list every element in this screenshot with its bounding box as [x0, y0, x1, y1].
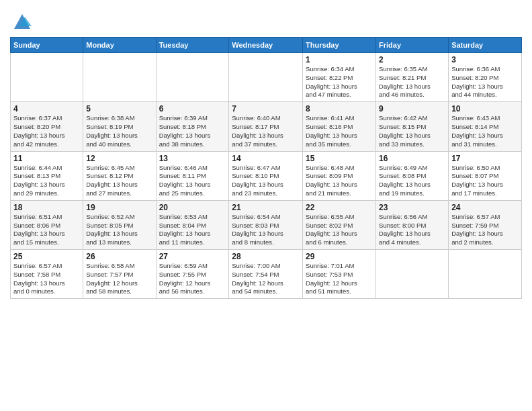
calendar-header-wednesday: Wednesday [229, 38, 303, 53]
day-info: Sunrise: 6:53 AM Sunset: 8:04 PM Dayligh… [159, 213, 226, 247]
day-number: 27 [159, 252, 226, 261]
day-number: 4 [13, 104, 80, 113]
day-number: 12 [86, 154, 152, 163]
calendar-cell: 18Sunrise: 6:51 AM Sunset: 8:06 PM Dayli… [11, 200, 83, 249]
calendar-cell: 28Sunrise: 7:00 AM Sunset: 7:54 PM Dayli… [229, 250, 303, 299]
day-info: Sunrise: 6:43 AM Sunset: 8:14 PM Dayligh… [451, 114, 519, 148]
day-number: 20 [159, 203, 226, 212]
header [10, 10, 522, 32]
day-info: Sunrise: 6:57 AM Sunset: 7:58 PM Dayligh… [13, 262, 80, 296]
calendar-header-friday: Friday [376, 38, 449, 53]
day-info: Sunrise: 6:35 AM Sunset: 8:21 PM Dayligh… [379, 65, 445, 99]
calendar-cell: 1Sunrise: 6:34 AM Sunset: 8:22 PM Daylig… [303, 53, 376, 102]
calendar-cell: 16Sunrise: 6:49 AM Sunset: 8:08 PM Dayli… [376, 151, 449, 200]
day-number: 13 [159, 154, 226, 163]
day-info: Sunrise: 6:47 AM Sunset: 8:10 PM Dayligh… [232, 164, 300, 198]
calendar-header-row: SundayMondayTuesdayWednesdayThursdayFrid… [11, 38, 522, 53]
day-info: Sunrise: 6:34 AM Sunset: 8:22 PM Dayligh… [306, 65, 373, 99]
calendar-week-row: 4Sunrise: 6:37 AM Sunset: 8:20 PM Daylig… [11, 102, 522, 151]
day-info: Sunrise: 6:38 AM Sunset: 8:19 PM Dayligh… [86, 114, 152, 148]
day-info: Sunrise: 6:59 AM Sunset: 7:55 PM Dayligh… [159, 262, 226, 296]
day-info: Sunrise: 7:01 AM Sunset: 7:53 PM Dayligh… [306, 262, 373, 296]
calendar-cell: 22Sunrise: 6:55 AM Sunset: 8:02 PM Dayli… [303, 200, 376, 249]
calendar-week-row: 18Sunrise: 6:51 AM Sunset: 8:06 PM Dayli… [11, 200, 522, 249]
day-number: 29 [306, 252, 373, 261]
calendar-cell: 17Sunrise: 6:50 AM Sunset: 8:07 PM Dayli… [449, 151, 522, 200]
day-info: Sunrise: 6:56 AM Sunset: 8:00 PM Dayligh… [379, 213, 445, 247]
day-info: Sunrise: 6:52 AM Sunset: 8:05 PM Dayligh… [86, 213, 152, 247]
day-info: Sunrise: 6:45 AM Sunset: 8:12 PM Dayligh… [86, 164, 152, 198]
calendar-cell: 27Sunrise: 6:59 AM Sunset: 7:55 PM Dayli… [156, 250, 229, 299]
day-info: Sunrise: 6:39 AM Sunset: 8:18 PM Dayligh… [159, 114, 226, 148]
day-number: 18 [13, 203, 80, 212]
day-number: 14 [232, 154, 300, 163]
calendar-cell: 20Sunrise: 6:53 AM Sunset: 8:04 PM Dayli… [156, 200, 229, 249]
calendar-header-thursday: Thursday [303, 38, 376, 53]
day-number: 24 [451, 203, 519, 212]
day-info: Sunrise: 6:50 AM Sunset: 8:07 PM Dayligh… [451, 164, 519, 198]
day-info: Sunrise: 6:49 AM Sunset: 8:08 PM Dayligh… [379, 164, 445, 198]
calendar-cell: 10Sunrise: 6:43 AM Sunset: 8:14 PM Dayli… [449, 102, 522, 151]
day-info: Sunrise: 6:58 AM Sunset: 7:57 PM Dayligh… [86, 262, 152, 296]
day-number: 2 [379, 55, 445, 64]
day-info: Sunrise: 6:55 AM Sunset: 8:02 PM Dayligh… [306, 213, 373, 247]
calendar-cell: 23Sunrise: 6:56 AM Sunset: 8:00 PM Dayli… [376, 200, 449, 249]
day-info: Sunrise: 6:36 AM Sunset: 8:20 PM Dayligh… [451, 65, 519, 99]
calendar-cell: 6Sunrise: 6:39 AM Sunset: 8:18 PM Daylig… [156, 102, 229, 151]
day-number: 3 [451, 55, 519, 64]
day-number: 22 [306, 203, 373, 212]
logo-icon [13, 13, 32, 32]
day-number: 11 [13, 154, 80, 163]
calendar-week-row: 1Sunrise: 6:34 AM Sunset: 8:22 PM Daylig… [11, 53, 522, 102]
calendar-cell: 7Sunrise: 6:40 AM Sunset: 8:17 PM Daylig… [229, 102, 303, 151]
day-number: 9 [379, 104, 445, 113]
day-number: 26 [86, 252, 152, 261]
day-number: 28 [232, 252, 300, 261]
calendar-cell [376, 250, 449, 299]
day-number: 5 [86, 104, 152, 113]
day-number: 23 [379, 203, 445, 212]
day-info: Sunrise: 6:44 AM Sunset: 8:13 PM Dayligh… [13, 164, 80, 198]
calendar-cell: 24Sunrise: 6:57 AM Sunset: 7:59 PM Dayli… [449, 200, 522, 249]
day-number: 10 [451, 104, 519, 113]
calendar-cell: 14Sunrise: 6:47 AM Sunset: 8:10 PM Dayli… [229, 151, 303, 200]
day-number: 25 [13, 252, 80, 261]
calendar-cell: 25Sunrise: 6:57 AM Sunset: 7:58 PM Dayli… [11, 250, 83, 299]
calendar-cell [229, 53, 303, 102]
calendar-cell: 5Sunrise: 6:38 AM Sunset: 8:19 PM Daylig… [83, 102, 156, 151]
day-info: Sunrise: 6:57 AM Sunset: 7:59 PM Dayligh… [451, 213, 519, 247]
day-info: Sunrise: 6:40 AM Sunset: 8:17 PM Dayligh… [232, 114, 300, 148]
calendar-cell: 8Sunrise: 6:41 AM Sunset: 8:16 PM Daylig… [303, 102, 376, 151]
calendar-cell: 13Sunrise: 6:46 AM Sunset: 8:11 PM Dayli… [156, 151, 229, 200]
day-info: Sunrise: 6:41 AM Sunset: 8:16 PM Dayligh… [306, 114, 373, 148]
day-number: 21 [232, 203, 300, 212]
calendar-cell [83, 53, 156, 102]
day-number: 16 [379, 154, 445, 163]
calendar-header-tuesday: Tuesday [156, 38, 229, 53]
day-number: 17 [451, 154, 519, 163]
calendar-cell [11, 53, 83, 102]
calendar-cell: 3Sunrise: 6:36 AM Sunset: 8:20 PM Daylig… [449, 53, 522, 102]
day-info: Sunrise: 6:42 AM Sunset: 8:15 PM Dayligh… [379, 114, 445, 148]
calendar-header-saturday: Saturday [449, 38, 522, 53]
page: SundayMondayTuesdayWednesdayThursdayFrid… [0, 0, 532, 411]
calendar-cell [449, 250, 522, 299]
calendar-header-monday: Monday [83, 38, 156, 53]
calendar: SundayMondayTuesdayWednesdayThursdayFrid… [10, 37, 522, 299]
day-info: Sunrise: 6:37 AM Sunset: 8:20 PM Dayligh… [13, 114, 80, 148]
day-number: 1 [306, 55, 373, 64]
day-number: 15 [306, 154, 373, 163]
day-info: Sunrise: 6:51 AM Sunset: 8:06 PM Dayligh… [13, 213, 80, 247]
calendar-cell: 29Sunrise: 7:01 AM Sunset: 7:53 PM Dayli… [303, 250, 376, 299]
day-info: Sunrise: 6:54 AM Sunset: 8:03 PM Dayligh… [232, 213, 300, 247]
calendar-cell: 21Sunrise: 6:54 AM Sunset: 8:03 PM Dayli… [229, 200, 303, 249]
calendar-cell: 11Sunrise: 6:44 AM Sunset: 8:13 PM Dayli… [11, 151, 83, 200]
calendar-cell: 26Sunrise: 6:58 AM Sunset: 7:57 PM Dayli… [83, 250, 156, 299]
day-number: 19 [86, 203, 152, 212]
calendar-cell: 2Sunrise: 6:35 AM Sunset: 8:21 PM Daylig… [376, 53, 449, 102]
calendar-week-row: 25Sunrise: 6:57 AM Sunset: 7:58 PM Dayli… [11, 250, 522, 299]
day-number: 6 [159, 104, 226, 113]
day-number: 8 [306, 104, 373, 113]
calendar-header-sunday: Sunday [11, 38, 83, 53]
calendar-cell: 4Sunrise: 6:37 AM Sunset: 8:20 PM Daylig… [11, 102, 83, 151]
